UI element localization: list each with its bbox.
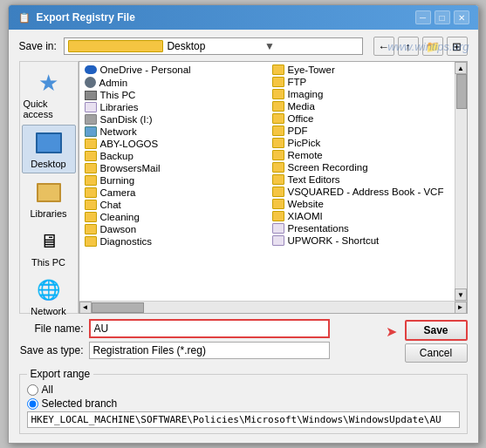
file-item-label: Admin [99,78,128,88]
list-item[interactable]: Text Editors [267,173,455,186]
file-item-label: Burning [100,175,135,186]
save-as-type-select[interactable]: Registration Files (*.reg) [89,342,330,359]
file-item-label: Eye-Tower [288,64,335,75]
file-item-label: Backup [100,151,133,161]
scrollbar-horizontal[interactable]: ◄ ► [79,301,467,313]
list-item[interactable]: Diagnostics [79,235,267,248]
list-item[interactable]: Chat [79,199,267,211]
list-item[interactable]: SanDisk (I:) [79,113,267,126]
list-item[interactable]: Camera [79,187,267,199]
all-radio[interactable] [27,384,38,396]
list-item[interactable]: BrowsersMail [79,162,267,174]
up-button[interactable]: ↑ [398,37,419,56]
list-item[interactable]: This PC [79,89,267,101]
close-button[interactable]: ✕ [454,10,469,24]
scrollbar-vertical[interactable]: ▲ ▼ [455,62,467,301]
list-item[interactable]: Cleaning [79,211,267,223]
file-item-label: SanDisk (I:) [100,114,153,125]
new-folder-button[interactable]: 📁 [422,37,443,56]
hscroll-track[interactable] [92,302,455,313]
scroll-track[interactable] [455,74,467,288]
sidebar-item-libraries[interactable]: Libraries [22,175,76,222]
list-item[interactable]: Libraries [79,101,267,113]
sidebar-item-this-pc[interactable]: 🖥 This PC [22,224,76,271]
monitor-icon [85,91,97,100]
list-item[interactable]: Presentations [267,222,455,234]
list-item[interactable]: PicPick [267,137,455,149]
list-item[interactable]: Eye-Tower [267,64,455,76]
file-item-label: Remote [288,150,323,160]
scroll-down-button[interactable]: ▼ [455,288,467,301]
list-item[interactable]: UPWORK - Shortcut [267,234,455,247]
file-item-label: Camera [100,187,136,198]
folder-icon [85,139,97,149]
folder-icon [272,150,284,160]
dialog-title: Export Registry File [37,11,135,24]
list-item[interactable]: Office [267,112,455,125]
list-item[interactable]: VSQUARED - Address Book - VCF [267,186,455,198]
list-item[interactable]: Backup [79,150,267,162]
save-in-dropdown[interactable]: Desktop ▼ [64,37,363,55]
sidebar-item-desktop[interactable]: Desktop [22,125,76,173]
disk-icon [85,114,97,125]
file-column-right: Eye-TowerFTPImagingMediaOfficePDFPicPick… [267,62,455,301]
scroll-right-button[interactable]: ► [455,302,467,314]
sidebar-item-network[interactable]: 🌐 Network [22,273,76,320]
network-icon [85,126,97,137]
list-item[interactable]: XIAOMI [267,210,455,222]
folder-icon [85,187,97,198]
file-item-label: PDF [288,126,308,136]
folder-special-icon [272,223,284,234]
title-bar: 📋 Export Registry File ─ □ ✕ [9,5,478,30]
save-button[interactable]: Save [405,320,468,341]
file-name-input[interactable] [89,319,330,338]
view-mode-button[interactable]: ⊞ [447,37,468,56]
chevron-down-icon: ▼ [264,40,359,52]
scroll-left-button[interactable]: ◄ [79,302,92,314]
list-item[interactable]: Screen Recording [267,161,455,173]
file-item-label: UPWORK - Shortcut [288,235,380,246]
file-item-label: OneDrive - Personal [100,64,191,75]
selected-radio-row: Selected branch [27,397,460,410]
folder-icon [272,199,284,209]
folder-icon [85,163,97,173]
list-item[interactable]: Imaging [267,88,455,100]
toolbar: ← ↑ 📁 ⊞ [373,37,468,56]
folder-icon [272,174,284,185]
cancel-button[interactable]: Cancel [405,343,468,363]
save-in-label: Save in: [19,40,57,52]
folder-icon [272,89,284,99]
minimize-button[interactable]: ─ [415,10,431,24]
file-item-label: Cleaning [100,212,140,222]
file-list-inner: OneDrive - PersonalAdminThis PCLibraries… [79,62,467,301]
selected-radio[interactable] [27,398,38,410]
list-item[interactable]: PDF [267,125,455,137]
list-item[interactable]: OneDrive - Personal [79,64,267,76]
list-item[interactable]: Burning [79,174,267,187]
folder-icon [272,138,284,148]
scroll-thumb[interactable] [456,74,467,109]
list-item[interactable]: Dawson [79,223,267,235]
quick-access-icon: ★ [35,69,63,97]
list-item[interactable]: Admin [79,76,267,89]
sidebar-label-desktop: Desktop [31,159,65,169]
save-as-type-wrapper: Registration Files (*.reg) [89,342,330,359]
list-item[interactable]: Network [79,126,267,138]
file-item-label: ABY-LOGOS [100,139,159,149]
person-icon [85,77,96,88]
registry-path: HKEY_LOCAL_MACHINE\SOFTWARE\Policies\Mic… [27,411,460,428]
back-button[interactable]: ← [373,37,394,56]
maximize-button[interactable]: □ [435,10,450,24]
list-item[interactable]: Media [267,100,455,112]
list-item[interactable]: ABY-LOGOS [79,138,267,150]
selected-radio-label: Selected branch [42,397,118,410]
file-item-label: Presentations [288,223,349,234]
list-item[interactable]: Remote [267,149,455,161]
list-item[interactable]: FTP [267,76,455,88]
folder-icon [85,212,97,222]
file-list-container: OneDrive - PersonalAdminThis PCLibraries… [79,61,468,314]
list-item[interactable]: Website [267,198,455,210]
scroll-up-button[interactable]: ▲ [455,62,467,74]
sidebar-item-quick-access[interactable]: ★ Quick access [22,65,76,123]
hscroll-thumb[interactable] [92,302,144,313]
